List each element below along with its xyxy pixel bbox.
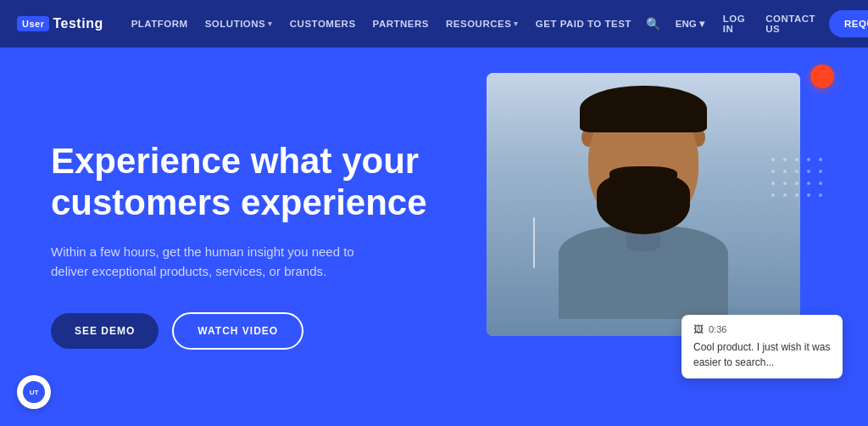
recording-indicator [810, 64, 834, 88]
search-icon[interactable]: 🔍 [643, 14, 664, 34]
comment-text: Cool product. I just wish it was easier … [693, 340, 831, 370]
resources-label: RESOURCES [446, 19, 511, 29]
request-trial-button[interactable]: REQUEST TRIAL [829, 10, 868, 37]
login-button[interactable]: LOG IN [716, 10, 752, 37]
hero-image-area: 🖼 0:36 Cool product. I just wish it was … [487, 73, 826, 387]
logo-text: Testing [53, 16, 103, 31]
hero-content: Experience what your customers experienc… [51, 124, 492, 349]
hero-buttons: SEE DEMO WATCH VIDEO [51, 312, 492, 350]
hero-subtitle: Within a few hours, get the human insigh… [51, 242, 373, 282]
nav-item-customers[interactable]: CUSTOMERS [282, 14, 364, 34]
lang-label: ENG [676, 19, 697, 29]
comment-bubble: 🖼 0:36 Cool product. I just wish it was … [682, 315, 843, 378]
nav-item-platform[interactable]: PLATFORM [124, 14, 196, 34]
logo[interactable]: User Testing [17, 16, 103, 31]
watch-video-button[interactable]: WATCH VIDEO [172, 312, 303, 350]
hero-title: Experience what your customers experienc… [51, 141, 441, 223]
comment-timestamp: 0:36 [709, 324, 726, 334]
language-selector[interactable]: ENG ▾ [670, 14, 709, 33]
nav-item-solutions[interactable]: SOLUTIONS ▾ [198, 14, 281, 34]
dots-decoration [771, 158, 826, 200]
resources-chevron-icon: ▾ [514, 20, 519, 28]
solutions-chevron-icon: ▾ [268, 20, 273, 28]
nav-links: PLATFORM SOLUTIONS ▾ CUSTOMERS PARTNERS … [124, 14, 639, 34]
see-demo-button[interactable]: SEE DEMO [51, 313, 159, 349]
solutions-label: SOLUTIONS [205, 19, 266, 29]
navbar: User Testing PLATFORM SOLUTIONS ▾ CUSTOM… [0, 0, 868, 48]
logo-box: User [17, 16, 49, 31]
nav-item-get-paid[interactable]: GET PAID TO TEST [528, 14, 639, 34]
video-icon: 🖼 [693, 323, 704, 335]
nav-right: 🔍 ENG ▾ LOG IN CONTACT US REQUEST TRIAL [643, 10, 868, 37]
bottom-badge: UT [17, 375, 51, 409]
nav-item-partners[interactable]: PARTNERS [365, 14, 437, 34]
comment-header: 🖼 0:36 [693, 323, 831, 335]
nav-item-resources[interactable]: RESOURCES ▾ [438, 14, 526, 34]
contact-button[interactable]: CONTACT US [759, 10, 822, 37]
badge-inner: UT [23, 381, 45, 403]
hero-video-frame [487, 73, 800, 336]
lang-chevron-icon: ▾ [699, 18, 704, 30]
hero-section: Experience what your customers experienc… [0, 48, 868, 426]
